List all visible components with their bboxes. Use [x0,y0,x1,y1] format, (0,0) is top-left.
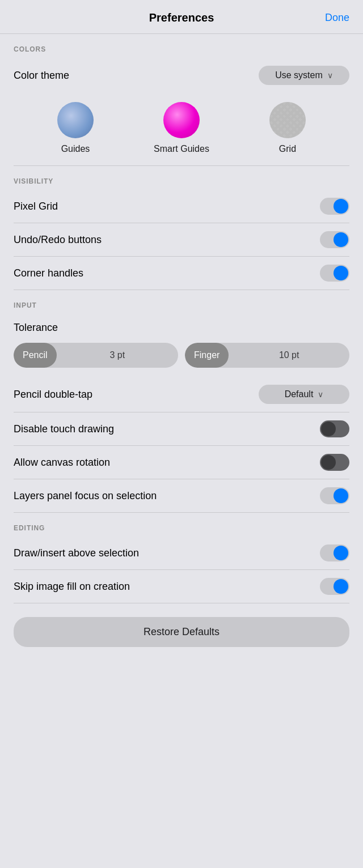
pixel-grid-toggle-thumb [334,199,348,214]
color-theme-row: Color theme Use system ∨ [0,58,363,93]
layers-focus-toggle-thumb [334,488,348,503]
undo-redo-label: Undo/Redo buttons [14,234,102,246]
pixel-grid-toggle[interactable] [320,198,349,215]
content: COLORS Color theme Use system ∨ Guides S… [0,34,363,868]
undo-redo-toggle[interactable] [320,231,349,248]
guides-label: Guides [61,144,90,154]
smart-guides-color-circle[interactable] [163,102,200,138]
grid-color-circle[interactable] [269,102,306,138]
input-section-label: INPUT [0,290,363,314]
skip-image-label: Skip image fill on creation [14,581,130,593]
pencil-value: 3 pt [57,350,178,360]
done-button[interactable]: Done [325,12,349,24]
grid-label: Grid [279,144,296,154]
pencil-pill[interactable]: Pencil 3 pt [14,343,178,368]
input-pill-row: Pencil 3 pt Finger 10 pt [0,338,363,377]
pixel-grid-label: Pixel Grid [14,201,58,212]
draw-insert-row: Draw/insert above selection [0,537,363,569]
pencil-doubletap-row: Pencil double-tap Default ∨ [0,377,363,412]
allow-rotation-label: Allow canvas rotation [14,457,110,469]
disable-touch-toggle-thumb [321,422,336,436]
corner-handles-row: Corner handles [0,257,363,290]
finger-value: 10 pt [229,350,349,360]
skip-image-row: Skip image fill on creation [0,570,363,603]
visibility-section-label: VISIBILITY [0,166,363,190]
smart-guides-color-item[interactable]: Smart Guides [154,102,209,154]
tolerance-label-row: Tolerance [0,314,363,338]
corner-handles-toggle-thumb [334,266,348,280]
allow-rotation-toggle[interactable] [320,454,349,471]
disable-touch-toggle[interactable] [320,420,349,437]
page-title: Preferences [149,11,214,24]
colors-section-label: COLORS [0,34,363,58]
pencil-doubletap-value: Default [285,389,314,399]
guides-color-circle[interactable] [57,102,94,138]
layers-focus-label: Layers panel focus on selection [14,490,157,502]
tolerance-label: Tolerance [14,322,58,333]
undo-redo-row: Undo/Redo buttons [0,223,363,256]
corner-handles-label: Corner handles [14,267,83,279]
skip-image-toggle[interactable] [320,578,349,595]
pencil-doubletap-label: Pencil double-tap [14,389,92,401]
draw-insert-label: Draw/insert above selection [14,547,139,559]
layers-focus-toggle[interactable] [320,487,349,504]
allow-rotation-row: Allow canvas rotation [0,446,363,479]
pencil-doubletap-dropdown[interactable]: Default ∨ [259,385,349,404]
color-theme-dropdown[interactable]: Use system ∨ [259,66,349,85]
pixel-grid-row: Pixel Grid [0,190,363,223]
draw-insert-toggle[interactable] [320,544,349,561]
editing-section-label: EDITING [0,513,363,537]
finger-pill[interactable]: Finger 10 pt [185,343,349,368]
draw-insert-toggle-thumb [334,546,348,560]
corner-handles-toggle[interactable] [320,265,349,282]
undo-redo-toggle-thumb [334,232,348,247]
skip-image-toggle-thumb [334,579,348,594]
smart-guides-label: Smart Guides [154,144,209,154]
divider-10 [14,603,349,603]
layers-focus-row: Layers panel focus on selection [0,479,363,512]
header: Preferences Done [0,0,363,34]
chevron-down-icon: ∨ [327,71,333,80]
disable-touch-row: Disable touch drawing [0,412,363,445]
disable-touch-label: Disable touch drawing [14,423,114,435]
chevron-down-icon-2: ∨ [318,390,323,399]
color-theme-value: Use system [275,70,323,80]
allow-rotation-toggle-thumb [321,455,336,470]
color-circles-row: Guides Smart Guides Grid [0,93,363,165]
pencil-pill-label: Pencil [14,343,57,368]
guides-color-item[interactable]: Guides [57,102,94,154]
grid-color-item[interactable]: Grid [269,102,306,154]
finger-pill-label: Finger [185,343,229,368]
color-theme-label: Color theme [14,70,69,82]
restore-defaults-button[interactable]: Restore Defaults [14,617,349,647]
